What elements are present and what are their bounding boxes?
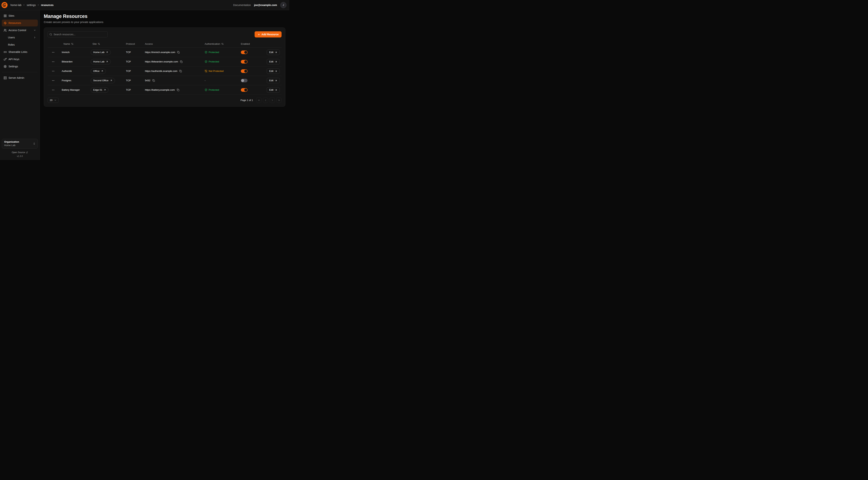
chevron-right-icon	[33, 36, 36, 39]
ellipsis-icon	[52, 60, 55, 63]
edit-button[interactable]: Edit	[267, 50, 280, 55]
sidebar-item-label: Resources	[8, 22, 21, 24]
page-size-value: 20	[50, 99, 53, 101]
enabled-toggle[interactable]	[241, 51, 248, 54]
copy-button[interactable]	[177, 88, 180, 92]
resource-name: Immich	[60, 51, 89, 54]
site-link-button[interactable]: Home Lab	[91, 59, 111, 64]
shield-check-icon	[205, 89, 207, 91]
arrow-up-right-icon	[110, 79, 112, 82]
site-name: Home Lab	[93, 51, 104, 54]
first-page-button[interactable]	[256, 97, 261, 103]
breadcrumb-org[interactable]: home-lab	[10, 4, 21, 6]
next-page-button[interactable]	[270, 97, 275, 103]
search-input[interactable]	[48, 31, 108, 37]
copy-button[interactable]	[177, 51, 180, 54]
resources-card: Add Resource Name Site Protocol	[44, 28, 285, 107]
sidebar-item-users[interactable]: Users	[2, 34, 38, 41]
app-logo[interactable]	[1, 2, 8, 8]
row-actions-button[interactable]	[51, 69, 56, 73]
toggle-knob	[244, 51, 247, 54]
ellipsis-icon	[52, 79, 55, 82]
chevron-down-icon	[54, 99, 57, 101]
user-email[interactable]: joe@example.com	[254, 4, 277, 6]
sidebar-item-api-keys[interactable]: API Keys	[2, 56, 38, 63]
page-info: Page 1 of 1	[241, 99, 253, 101]
page-title: Manage Resources	[44, 13, 285, 19]
row-actions-button[interactable]	[51, 88, 56, 92]
breadcrumb-settings[interactable]: settings	[27, 4, 36, 6]
enabled-toggle[interactable]	[241, 88, 248, 92]
add-resource-button[interactable]: Add Resource	[255, 31, 282, 37]
enabled-toggle[interactable]	[241, 79, 248, 82]
column-header-name[interactable]: Name	[60, 42, 89, 45]
enabled-toggle[interactable]	[241, 60, 248, 63]
sidebar-item-access-control[interactable]: Access Control	[2, 27, 38, 34]
sidebar-item-label: Access Control	[8, 29, 26, 32]
edit-button[interactable]: Edit	[267, 59, 280, 64]
sidebar-item-resources[interactable]: Resources	[2, 20, 38, 26]
shield-off-icon	[205, 70, 207, 72]
sidebar-item-roles[interactable]: Roles	[2, 41, 38, 48]
last-page-button[interactable]	[276, 97, 282, 103]
enabled-toggle[interactable]	[241, 69, 248, 73]
access-value: https://bitwarden.example.com	[145, 60, 178, 63]
avatar[interactable]: J	[280, 2, 286, 8]
resource-name: Authentik	[60, 70, 89, 72]
table-row: Battery Manager Edge 01 TCP https://batt…	[48, 85, 282, 95]
documentation-link[interactable]: Documentation	[233, 4, 251, 6]
site-link-button[interactable]: Home Lab	[91, 50, 111, 55]
arrow-right-icon	[275, 70, 277, 72]
copy-button[interactable]	[179, 69, 182, 73]
organization-selector[interactable]: Organization Home Lab	[2, 139, 38, 149]
sidebar-nav: Sites Resources Access Control Users Rol	[2, 12, 38, 81]
table-row: Postgres Second Office TCP 5432 - Edit	[48, 76, 282, 85]
table-row: Authentik Office TCP https://authentik.e…	[48, 66, 282, 76]
server-icon	[4, 77, 7, 80]
arrow-right-icon	[275, 89, 277, 91]
copy-button[interactable]	[180, 60, 183, 63]
row-actions-button[interactable]	[51, 59, 56, 64]
pagination: 20 Page 1 of 1	[48, 97, 282, 103]
copy-button[interactable]	[152, 79, 155, 82]
chevrons-up-down-icon	[33, 143, 35, 145]
column-label: Access	[145, 42, 153, 45]
edit-button[interactable]: Edit	[267, 78, 280, 83]
column-label: Authentication	[205, 42, 220, 45]
sidebar-item-settings[interactable]: Settings	[2, 63, 38, 70]
waypoints-icon	[4, 22, 7, 25]
row-actions-button[interactable]	[51, 50, 56, 55]
column-label: Name	[63, 42, 70, 45]
main-content: Manage Resources Create secure proxies t…	[40, 10, 289, 160]
key-icon	[4, 58, 7, 61]
edit-button[interactable]: Edit	[267, 68, 280, 74]
sort-icon	[98, 43, 100, 45]
sidebar-item-server-admin[interactable]: Server Admin	[2, 74, 38, 81]
column-header-site[interactable]: Site	[89, 42, 124, 45]
protocol-cell: TCP	[124, 89, 144, 91]
column-header-authentication[interactable]: Authentication	[203, 42, 239, 45]
site-link-button[interactable]: Edge 01	[91, 87, 108, 93]
row-actions-button[interactable]	[51, 78, 56, 83]
site-link-button[interactable]: Office	[91, 68, 106, 74]
edit-button[interactable]: Edit	[267, 87, 280, 93]
open-source-link[interactable]: Open Source	[12, 151, 28, 154]
toggle-knob	[241, 79, 244, 82]
prev-page-button[interactable]	[263, 97, 268, 103]
chevron-right-icon	[23, 4, 25, 6]
auth-badge: Protected	[205, 60, 219, 63]
page-subtitle: Create secure proxies to your private ap…	[44, 21, 285, 24]
page-size-select[interactable]: 20	[48, 97, 59, 103]
site-name: Home Lab	[93, 60, 104, 63]
sidebar-item-shareable-links[interactable]: Shareable Links	[2, 49, 38, 55]
edit-label: Edit	[269, 79, 273, 82]
access-value: 5432	[145, 79, 150, 82]
auth-label: Protected	[209, 60, 219, 63]
table-row: Bitwarden Home Lab TCP https://bitwarden…	[48, 57, 282, 66]
avatar-initial: J	[283, 4, 284, 6]
auth-label: -	[205, 79, 206, 82]
access-value: https://battery.example.com	[145, 89, 175, 91]
site-link-button[interactable]: Second Office	[91, 78, 115, 83]
sidebar-item-sites[interactable]: Sites	[2, 12, 38, 19]
sidebar-item-label: API Keys	[8, 58, 19, 61]
